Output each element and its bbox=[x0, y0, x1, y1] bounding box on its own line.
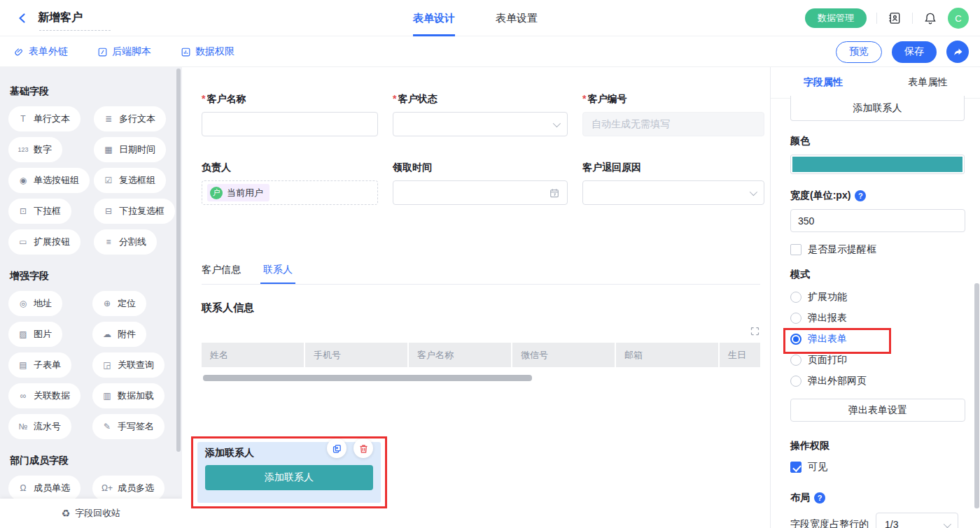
field-item-data-load[interactable]: ▥数据加载 bbox=[92, 383, 164, 408]
mode-option-popup-report[interactable]: 弹出报表 bbox=[790, 308, 965, 329]
owner-input[interactable]: 户 当前用户 bbox=[202, 180, 378, 205]
share-button[interactable] bbox=[946, 41, 969, 63]
add-contact-widget[interactable]: 添加联系人 bbox=[197, 442, 381, 503]
return-reason-select[interactable] bbox=[582, 180, 764, 205]
color-picker[interactable] bbox=[790, 155, 965, 174]
radio-selected-icon[interactable] bbox=[790, 334, 802, 345]
field-return-reason[interactable]: 客户退回原因 bbox=[582, 162, 764, 205]
page-title[interactable]: 新增客户 bbox=[38, 11, 83, 23]
chevron-down-icon bbox=[553, 120, 561, 127]
current-user-tag[interactable]: 户 当前用户 bbox=[207, 184, 270, 201]
divider bbox=[912, 13, 913, 24]
mode-option-popup-form[interactable]: 弹出表单 bbox=[790, 329, 965, 350]
layout-width-select[interactable]: 1/3 bbox=[876, 513, 958, 528]
section-title-enhanced-fields: 增强字段 bbox=[10, 270, 172, 283]
button-name-preview[interactable]: 添加联系人 bbox=[790, 96, 965, 121]
cloud-upload-icon: ☁ bbox=[102, 329, 113, 339]
field-item-single-line-text[interactable]: T单行文本 bbox=[8, 106, 80, 131]
visible-checkbox-row[interactable]: 可见 bbox=[790, 461, 965, 473]
field-item-attachment[interactable]: ☁附件 bbox=[92, 322, 146, 347]
back-button[interactable] bbox=[14, 10, 31, 27]
popup-form-settings-button[interactable]: 弹出表单设置 bbox=[790, 399, 965, 422]
sidebar-scrollbar[interactable] bbox=[176, 69, 181, 452]
field-owner[interactable]: 负责人 户 当前用户 bbox=[202, 162, 378, 205]
field-item-datetime[interactable]: ▦日期时间 bbox=[94, 137, 166, 162]
copy-widget-button[interactable] bbox=[327, 438, 346, 458]
customer-name-input[interactable] bbox=[202, 112, 378, 136]
address-book-icon[interactable] bbox=[887, 10, 902, 26]
field-recycle-bin-button[interactable]: ♻ 字段回收站 bbox=[0, 499, 182, 528]
field-item-signature[interactable]: ✎手写签名 bbox=[92, 414, 164, 439]
radio-icon[interactable] bbox=[790, 292, 802, 303]
width-input[interactable] bbox=[790, 209, 965, 232]
field-item-radio-group[interactable]: ◉单选按钮组 bbox=[8, 168, 90, 193]
field-item-image[interactable]: ▨图片 bbox=[8, 322, 62, 347]
top-header: 新增客户 表单设计 表单设置 数据管理 bbox=[0, 0, 980, 36]
field-item-extend-button[interactable]: ▭扩展按钮 bbox=[8, 229, 80, 255]
horizontal-scrollbar[interactable] bbox=[203, 375, 532, 381]
radio-icon[interactable] bbox=[790, 313, 802, 324]
field-claim-time[interactable]: 领取时间 bbox=[393, 162, 568, 205]
help-icon[interactable]: ? bbox=[855, 190, 866, 201]
chevron-down-icon bbox=[944, 520, 951, 528]
panel-scrollbar[interactable] bbox=[974, 283, 979, 508]
field-item-divider[interactable]: ≡分割线 bbox=[94, 229, 157, 255]
mode-option-extend[interactable]: 扩展功能 bbox=[790, 287, 965, 308]
delete-widget-button[interactable] bbox=[354, 438, 373, 458]
tab-contacts[interactable]: 联系人 bbox=[263, 264, 293, 284]
radio-icon[interactable] bbox=[790, 376, 802, 387]
tab-form-properties[interactable]: 表单属性 bbox=[876, 67, 980, 98]
add-contact-button[interactable]: 添加联系人 bbox=[205, 465, 373, 490]
field-customer-code[interactable]: *客户编号 自动生成无需填写 bbox=[582, 93, 764, 136]
field-customer-name[interactable]: *客户名称 bbox=[202, 93, 378, 136]
visible-checkbox[interactable] bbox=[790, 462, 802, 473]
tab-form-design[interactable]: 表单设计 bbox=[413, 0, 455, 36]
field-item-number[interactable]: 123数字 bbox=[8, 137, 62, 162]
field-item-multi-dropdown[interactable]: ⊟下拉复选框 bbox=[94, 199, 175, 224]
calendar-icon: ▦ bbox=[103, 145, 114, 155]
color-label: 颜色 bbox=[790, 135, 965, 148]
reminder-checkbox[interactable] bbox=[790, 244, 802, 255]
copy-icon bbox=[332, 443, 342, 454]
tab-form-settings[interactable]: 表单设置 bbox=[496, 0, 538, 36]
field-item-dropdown[interactable]: ⊡下拉框 bbox=[8, 199, 71, 224]
crosshair-icon: ⊕ bbox=[102, 299, 113, 308]
preview-button[interactable]: 预览 bbox=[836, 41, 882, 63]
reminder-checkbox-row[interactable]: 是否显示提醒框 bbox=[790, 243, 965, 256]
field-item-address[interactable]: ◎地址 bbox=[8, 291, 62, 316]
column-header-customer: 客户名称 bbox=[409, 343, 511, 367]
mode-option-popup-external[interactable]: 弹出外部网页 bbox=[790, 371, 965, 392]
radio-icon[interactable] bbox=[790, 355, 802, 366]
field-customer-status[interactable]: *客户状态 bbox=[393, 93, 568, 136]
tab-field-properties[interactable]: 字段属性 bbox=[771, 67, 876, 98]
field-item-subform[interactable]: ▤子表单 bbox=[8, 352, 71, 378]
bar-chart-icon bbox=[181, 47, 191, 57]
column-header-phone: 手机号 bbox=[305, 343, 407, 367]
field-item-checkbox-group[interactable]: ☑复选框组 bbox=[94, 168, 166, 193]
mode-option-page-print[interactable]: 页面打印 bbox=[790, 350, 965, 371]
chevron-down-icon bbox=[750, 188, 757, 196]
title-edit-underline bbox=[39, 30, 111, 31]
notifications-bell-icon[interactable] bbox=[923, 10, 938, 26]
save-button[interactable]: 保存 bbox=[892, 41, 937, 63]
field-item-multi-line-text[interactable]: ≣多行文本 bbox=[94, 106, 166, 131]
backend-script-button[interactable]: 后端脚本 bbox=[97, 45, 151, 58]
customer-status-select[interactable] bbox=[393, 112, 568, 136]
help-icon[interactable]: ? bbox=[814, 492, 825, 504]
user-avatar[interactable]: C bbox=[948, 8, 969, 29]
field-item-linked-query[interactable]: ◲关联查询 bbox=[92, 352, 164, 378]
tab-customer-info[interactable]: 客户信息 bbox=[202, 264, 241, 284]
field-item-member-single[interactable]: Ω成员单选 bbox=[8, 476, 80, 501]
field-item-serial-number[interactable]: №流水号 bbox=[8, 414, 71, 439]
selected-widget-highlight: 添加联系人 bbox=[191, 436, 387, 508]
field-item-geolocation[interactable]: ⊕定位 bbox=[92, 291, 146, 316]
field-item-member-multi[interactable]: Ω+成员多选 bbox=[92, 476, 164, 501]
required-mark: * bbox=[582, 93, 586, 104]
external-link-button[interactable]: 表单外链 bbox=[14, 45, 68, 58]
data-manage-button[interactable]: 数据管理 bbox=[805, 8, 867, 28]
fullscreen-icon[interactable] bbox=[750, 326, 760, 336]
field-item-linked-data[interactable]: ∞关联数据 bbox=[8, 383, 80, 408]
claim-time-input[interactable] bbox=[393, 180, 568, 205]
data-load-icon: ▥ bbox=[102, 391, 113, 401]
data-permission-button[interactable]: 数据权限 bbox=[181, 45, 234, 58]
